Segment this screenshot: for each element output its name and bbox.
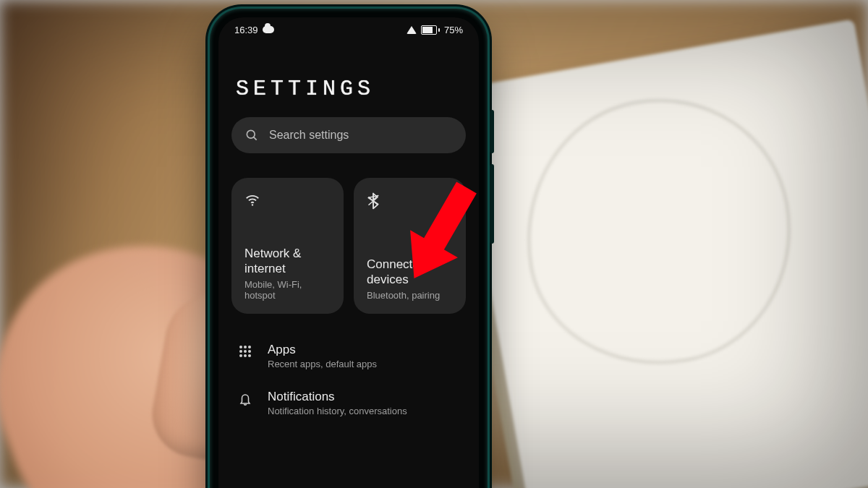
search-placeholder: Search settings [269, 129, 349, 142]
settings-list: Apps Recent apps, default apps Notificat… [218, 333, 479, 427]
svg-point-9 [239, 354, 242, 357]
card-title: Connected devices [367, 257, 453, 287]
notifications-row[interactable]: Notifications Notification history, conv… [218, 380, 479, 427]
svg-point-4 [244, 346, 247, 348]
card-subtitle: Mobile, Wi-Fi, hotspot [244, 279, 331, 301]
svg-point-7 [244, 350, 247, 353]
svg-point-0 [247, 130, 255, 138]
row-title: Apps [268, 343, 377, 357]
row-subtitle: Notification history, conversations [268, 406, 407, 416]
apps-icon [237, 343, 253, 358]
power-button [490, 164, 494, 244]
svg-line-1 [254, 137, 257, 140]
bluetooth-icon [367, 192, 453, 210]
phone-frame: 16:39 75% SETTINGS Search settings [210, 9, 488, 488]
svg-point-10 [244, 354, 247, 357]
bell-icon [237, 390, 253, 406]
svg-point-8 [248, 350, 251, 353]
phone-screen: 16:39 75% SETTINGS Search settings [218, 17, 479, 488]
card-title: Network & internet [244, 246, 331, 276]
row-subtitle: Recent apps, default apps [268, 359, 377, 369]
svg-point-3 [239, 346, 242, 348]
wifi-icon [407, 26, 417, 34]
svg-point-5 [248, 346, 251, 348]
connected-devices-card[interactable]: Connected devices Bluetooth, pairing [354, 178, 466, 314]
svg-point-2 [252, 204, 253, 205]
row-title: Notifications [268, 390, 407, 404]
search-icon [244, 128, 259, 142]
status-time: 16:39 [234, 25, 258, 35]
apps-row[interactable]: Apps Recent apps, default apps [218, 333, 479, 380]
search-settings[interactable]: Search settings [231, 117, 466, 153]
volume-button [490, 110, 494, 153]
card-subtitle: Bluetooth, pairing [367, 290, 453, 301]
battery-percent: 75% [444, 25, 463, 35]
wifi-icon [244, 192, 331, 210]
status-bar: 16:39 75% [218, 17, 479, 42]
battery-icon [421, 25, 440, 35]
svg-point-11 [248, 354, 251, 357]
svg-point-6 [239, 350, 242, 353]
quick-cards: Network & internet Mobile, Wi-Fi, hotspo… [231, 178, 466, 314]
page-title: SETTINGS [218, 42, 479, 117]
network-internet-card[interactable]: Network & internet Mobile, Wi-Fi, hotspo… [231, 178, 344, 314]
cloud-icon [263, 26, 274, 33]
